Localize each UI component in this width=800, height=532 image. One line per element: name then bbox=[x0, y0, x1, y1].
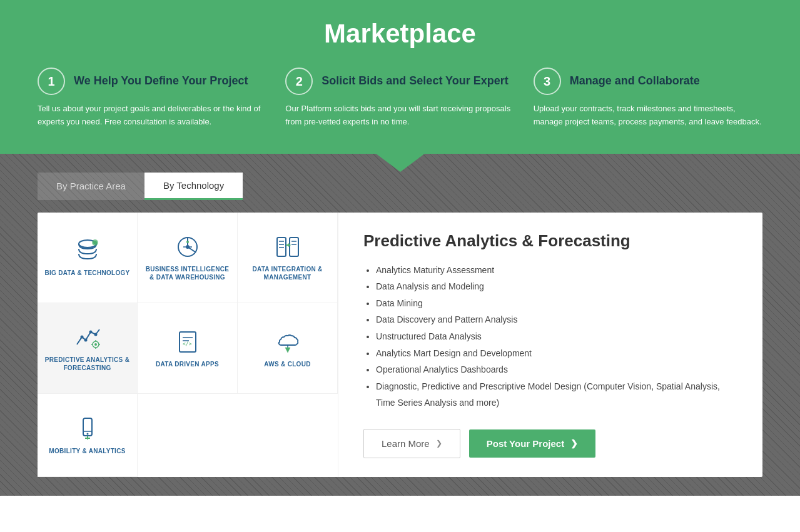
step-1-desc: Tell us about your project goals and del… bbox=[38, 103, 266, 129]
icon-cell-data-apps[interactable]: </> DATA DRIVEN APPS bbox=[138, 303, 238, 394]
bi-icon bbox=[175, 234, 201, 260]
page-title: Marketplace bbox=[38, 19, 762, 49]
detail-list-item: Diagnostic, Predictive and Prescriptive … bbox=[376, 378, 737, 411]
post-project-label: Post Your Project bbox=[487, 438, 564, 449]
detail-list-item: Data Discovery and Pattern Analysis bbox=[376, 311, 737, 328]
big-data-label: BIG DATA & TECHNOLOGY bbox=[44, 269, 129, 277]
step-1-number: 1 bbox=[38, 68, 65, 95]
step-3-number: 3 bbox=[534, 68, 561, 95]
icon-cell-bi[interactable]: BUSINESS INTELLIGENCE & DATA WAREHOUSING bbox=[138, 213, 238, 303]
predictive-icon bbox=[74, 324, 101, 351]
predictive-label: PREDICTIVE ANALYTICS & FORECASTING bbox=[44, 356, 131, 372]
background-section: By Practice Area By Technology BIG DATA … bbox=[0, 154, 800, 496]
post-project-arrow-icon: ❯ bbox=[570, 438, 578, 448]
icon-cell-aws-cloud[interactable]: AWS & CLOUD bbox=[238, 303, 338, 394]
aws-cloud-label: AWS & CLOUD bbox=[264, 360, 310, 368]
step-3-desc: Upload your contracts, track milestones … bbox=[534, 103, 762, 129]
icon-cell-big-data[interactable]: BIG DATA & TECHNOLOGY bbox=[38, 213, 138, 303]
data-apps-label: DATA DRIVEN APPS bbox=[156, 360, 219, 368]
svg-point-20 bbox=[94, 343, 97, 346]
step-1-title: We Help You Define Your Project bbox=[74, 74, 248, 88]
learn-more-button[interactable]: Learn More ❯ bbox=[363, 429, 460, 458]
svg-marker-30 bbox=[285, 348, 290, 353]
svg-point-15 bbox=[80, 336, 83, 339]
step-1: 1 We Help You Define Your Project Tell u… bbox=[38, 68, 266, 129]
learn-more-arrow-icon: ❯ bbox=[436, 439, 442, 448]
svg-point-6 bbox=[186, 241, 189, 243]
svg-rect-7 bbox=[277, 238, 286, 256]
svg-point-18 bbox=[94, 333, 97, 336]
post-project-button[interactable]: Post Your Project ❯ bbox=[469, 429, 595, 458]
step-2-title: Solicit Bids and Select Your Expert bbox=[322, 74, 508, 88]
svg-point-2 bbox=[93, 241, 97, 244]
step-2: 2 Solicit Bids and Select Your Expert Ou… bbox=[285, 68, 514, 129]
step-3-title: Manage and Collaborate bbox=[570, 74, 700, 88]
svg-text:</>: </> bbox=[183, 341, 192, 347]
svg-point-17 bbox=[89, 331, 92, 334]
icon-cell-data-integration[interactable]: DATA INTEGRATION & MANAGEMENT bbox=[238, 213, 338, 303]
bi-label: BUSINESS INTELLIGENCE & DATA WAREHOUSING bbox=[144, 265, 231, 281]
steps-row: 1 We Help You Define Your Project Tell u… bbox=[38, 68, 762, 129]
mobility-label: MOBILITY & ANALYTICS bbox=[49, 447, 125, 455]
big-data-icon bbox=[74, 238, 101, 264]
icon-cell-predictive[interactable]: PREDICTIVE ANALYTICS & FORECASTING bbox=[38, 303, 138, 394]
step-3: 3 Manage and Collaborate Upload your con… bbox=[534, 68, 762, 129]
tabs-row: By Practice Area By Technology bbox=[38, 173, 762, 200]
detail-panel: Predictive Analytics & Forecasting Analy… bbox=[338, 213, 762, 477]
detail-list-item: Operational Analytics Dashboards bbox=[376, 361, 737, 378]
svg-point-33 bbox=[86, 433, 88, 434]
content-card: BIG DATA & TECHNOLOGY BUSINESS INTELLIGE… bbox=[38, 213, 762, 477]
green-header-section: Marketplace 1 We Help You Define Your Pr… bbox=[0, 0, 800, 154]
learn-more-label: Learn More bbox=[382, 438, 430, 449]
detail-title: Predictive Analytics & Forecasting bbox=[363, 231, 737, 251]
icon-cell-mobility[interactable]: MOBILITY & ANALYTICS bbox=[38, 394, 138, 476]
svg-point-16 bbox=[84, 339, 87, 342]
data-integration-label: DATA INTEGRATION & MANAGEMENT bbox=[244, 265, 331, 281]
step-2-desc: Our Platform solicits bids and you will … bbox=[285, 103, 514, 129]
aws-cloud-icon bbox=[275, 329, 301, 355]
step-2-number: 2 bbox=[285, 68, 313, 95]
tab-practice-area[interactable]: By Practice Area bbox=[38, 173, 144, 200]
detail-list-item: Analytics Mart Design and Development bbox=[376, 345, 737, 362]
button-row: Learn More ❯ Post Your Project ❯ bbox=[363, 429, 737, 458]
data-apps-icon: </> bbox=[175, 329, 201, 355]
detail-list-item: Analytics Maturity Assessment bbox=[376, 262, 737, 279]
data-integration-icon bbox=[275, 234, 301, 260]
detail-list-item: Data Analysis and Modeling bbox=[376, 278, 737, 295]
detail-list-item: Unstructured Data Analysis bbox=[376, 328, 737, 345]
mobility-icon bbox=[74, 416, 101, 442]
detail-list: Analytics Maturity AssessmentData Analys… bbox=[363, 262, 737, 411]
tab-technology[interactable]: By Technology bbox=[144, 173, 243, 200]
icon-grid: BIG DATA & TECHNOLOGY BUSINESS INTELLIGE… bbox=[38, 213, 338, 477]
detail-list-item: Data Mining bbox=[376, 295, 737, 312]
svg-rect-11 bbox=[290, 238, 298, 256]
